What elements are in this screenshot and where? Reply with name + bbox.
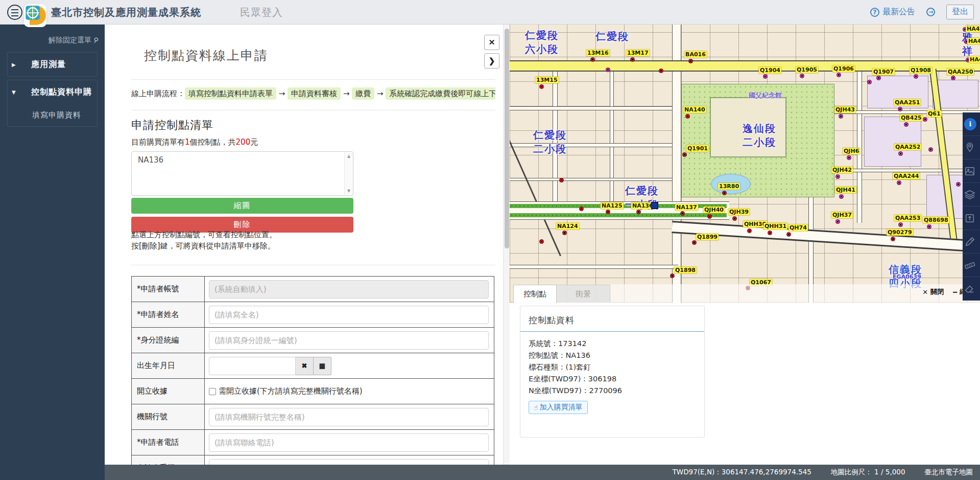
control-point-dot[interactable]	[836, 73, 841, 77]
ruler-icon[interactable]	[963, 254, 980, 277]
control-point-dot[interactable]	[688, 59, 693, 63]
map-point-label-13M17[interactable]: 13M17	[626, 50, 650, 56]
text-input[interactable]	[209, 459, 489, 465]
list-item[interactable]: NA136	[132, 152, 353, 165]
control-point-dot[interactable]	[707, 214, 712, 219]
pencil-icon[interactable]	[963, 230, 980, 254]
sidebar-item-應用測量[interactable]: ▶應用測量	[8, 53, 97, 76]
control-point-dot[interactable]	[800, 74, 804, 78]
control-point-dot[interactable]	[692, 240, 697, 245]
map-point-label-Q88698[interactable]: Q88698	[923, 217, 949, 223]
control-point-dot[interactable]	[636, 210, 641, 214]
control-point-dot[interactable]	[539, 84, 544, 89]
map-point-label-NA125[interactable]: NA125	[601, 202, 624, 209]
map-point-label-Q1907[interactable]: Q1907	[872, 68, 895, 75]
map-point-label-QAA250[interactable]: QAA250	[947, 68, 974, 75]
control-point-dot[interactable]	[559, 178, 564, 182]
control-point-dot[interactable]	[539, 239, 544, 244]
control-point-dot[interactable]	[747, 228, 752, 233]
map-point-label-Q1908[interactable]: Q1908	[910, 67, 932, 74]
control-point-dot[interactable]	[835, 174, 840, 179]
receipt-checkbox[interactable]	[209, 388, 216, 395]
control-point-dot[interactable]	[680, 211, 685, 216]
scroll-up-icon[interactable]: ▲	[345, 154, 353, 158]
map-point-label-13M16[interactable]: 13M16	[586, 50, 610, 56]
map-point-label-Q1904[interactable]: Q1904	[759, 67, 781, 74]
map-point-label-Q61[interactable]: Q61	[927, 110, 942, 117]
control-point-dot[interactable]	[839, 194, 844, 199]
control-point-dot[interactable]	[659, 68, 663, 73]
map-point-label-NA140[interactable]: NA140	[683, 106, 706, 113]
announcement-link[interactable]: ? 最新公告	[870, 7, 915, 17]
control-point-dot[interactable]	[891, 237, 895, 241]
map-point-label-QJH42[interactable]: QJH42	[831, 167, 853, 173]
control-point-dot[interactable]	[876, 76, 881, 80]
control-point-dot[interactable]	[839, 114, 843, 119]
map-point-label-QAA252[interactable]: QAA252	[894, 144, 921, 150]
eraser-icon[interactable]	[963, 277, 980, 301]
map-point-label-BA016[interactable]: BA016	[684, 51, 707, 58]
control-point-dot[interactable]	[606, 210, 610, 214]
map-point-label-QJH39[interactable]: QJH39	[728, 209, 750, 215]
map-point-label-HA422[interactable]: HA422	[969, 56, 980, 63]
map-point-label-QJH6[interactable]: QJH6	[843, 148, 860, 154]
map-point-label-QAA251[interactable]: QAA251	[894, 99, 921, 106]
map-photo-icon[interactable]	[963, 159, 980, 183]
map-point-label-HA420[interactable]: HA420	[966, 26, 980, 32]
panel-scrollbar[interactable]	[503, 25, 510, 465]
map-point-label-NA124[interactable]: NA124	[556, 223, 579, 230]
control-point-dot[interactable]	[562, 231, 567, 235]
sidebar-subitem-填寫申購資料[interactable]: 填寫申購資料	[8, 104, 97, 126]
map-point-label-Q1898[interactable]: Q1898	[674, 267, 697, 273]
map-point-label-Q1901[interactable]: Q1901	[686, 145, 709, 152]
map-point-label-Q90279[interactable]: Q90279	[887, 229, 913, 236]
map-point-label-QAA244[interactable]: QAA244	[893, 173, 920, 179]
map-point-label-Q1899[interactable]: Q1899	[696, 234, 719, 240]
export-icon[interactable]	[963, 207, 980, 230]
map-point-label-NA136[interactable]: NA136	[631, 202, 654, 209]
hamburger-menu-icon[interactable]	[7, 5, 22, 20]
add-to-cart-button[interactable]: ☝加入購買清單	[529, 401, 588, 414]
text-input[interactable]	[209, 433, 489, 452]
control-point-dot[interactable]	[847, 155, 851, 160]
map-point-label-QJH43[interactable]: QJH43	[834, 106, 856, 113]
panel-close-button[interactable]: ✕	[484, 35, 499, 50]
map-point-label-13M15[interactable]: 13M15	[535, 77, 559, 83]
date-input[interactable]	[209, 357, 296, 375]
map-point-label-13R80[interactable]: 13R80	[718, 183, 740, 190]
control-point-dot[interactable]	[670, 273, 675, 278]
text-input[interactable]	[209, 280, 489, 299]
control-point-dot[interactable]	[722, 191, 727, 195]
thumbnail-button[interactable]: 縮圖	[131, 198, 353, 214]
text-input[interactable]	[209, 331, 489, 350]
control-point-dot[interactable]	[927, 224, 931, 229]
panel-collapse-button[interactable]: ❯	[484, 53, 499, 68]
control-point-dot[interactable]	[768, 231, 772, 235]
map-canvas[interactable]: 13M1513M1613M17BA016Q1904Q1905Q1906Q1907…	[510, 25, 980, 303]
control-point-dot[interactable]	[956, 182, 961, 187]
layers-icon[interactable]	[963, 183, 980, 207]
unpin-menu-button[interactable]: 解除固定選單 ⚲	[0, 25, 105, 50]
control-point-dot[interactable]	[786, 232, 791, 237]
map-point-label-QJH37[interactable]: QJH37	[831, 212, 853, 218]
sidebar-item-控制點資料申購[interactable]: ▼控制點資料申購	[8, 80, 97, 104]
scroll-down-icon[interactable]: ▼	[345, 189, 353, 193]
tab-控制點[interactable]: 控制點	[513, 285, 557, 303]
info-icon[interactable]: i	[963, 112, 980, 136]
map-point-label-QJH40[interactable]: QJH40	[703, 207, 725, 213]
control-point-dot[interactable]	[732, 216, 737, 221]
scrollbar-thumb[interactable]	[505, 29, 509, 248]
control-point-dot[interactable]	[579, 207, 584, 211]
control-point-dot[interactable]	[630, 57, 635, 62]
clear-date-button[interactable]: ✖	[296, 357, 314, 375]
map-close-button[interactable]: ✕ 關閉	[922, 287, 944, 296]
control-point-dot[interactable]	[685, 114, 690, 119]
control-point-dot[interactable]	[928, 147, 933, 152]
map-point-label-QAA253[interactable]: QAA253	[894, 215, 921, 221]
text-input[interactable]	[209, 306, 489, 324]
calendar-icon[interactable]: ▦	[314, 357, 331, 375]
control-point-dot[interactable]	[898, 151, 903, 156]
map-point-label-NA137[interactable]: NA137	[675, 204, 698, 211]
logout-button[interactable]: 登出	[946, 5, 974, 19]
control-point-dot[interactable]	[867, 80, 872, 84]
